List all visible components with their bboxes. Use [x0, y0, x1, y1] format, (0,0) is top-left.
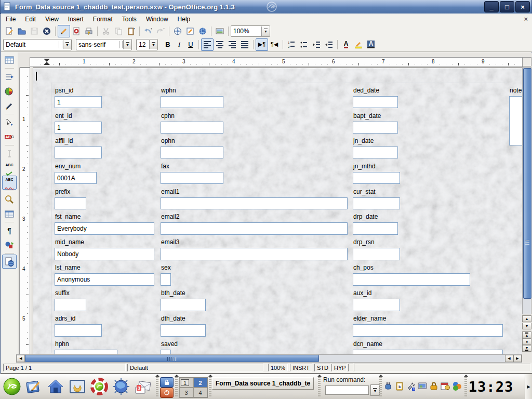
vertical-ruler[interactable]: 12345: [19, 68, 30, 355]
export-pdf-icon[interactable]: [70, 25, 83, 37]
highlighting-icon[interactable]: [352, 38, 365, 51]
pager-desktop[interactable]: 4: [193, 388, 207, 397]
align-center-icon[interactable]: [214, 38, 226, 51]
field-input[interactable]: [353, 324, 503, 337]
style-dropdown-icon[interactable]: ▼: [63, 40, 71, 49]
home-folder-icon[interactable]: [46, 377, 65, 396]
align-justify-icon[interactable]: [238, 38, 251, 51]
minimize-button[interactable]: _: [484, 1, 499, 12]
field-input[interactable]: [55, 324, 102, 337]
increase-indent-icon[interactable]: [323, 38, 335, 51]
field-input[interactable]: [55, 197, 86, 209]
align-right-icon[interactable]: [226, 38, 238, 51]
field-input[interactable]: [509, 96, 522, 145]
menu-item[interactable]: View: [41, 15, 63, 24]
applet-handle[interactable]: [464, 377, 467, 396]
horizontal-scrollbar[interactable]: ◀ ◀ ▶: [16, 354, 522, 363]
field-input[interactable]: [353, 147, 398, 158]
align-left-icon[interactable]: [201, 38, 214, 51]
applet-handle[interactable]: [156, 377, 158, 396]
maximize-button[interactable]: □: [500, 1, 514, 12]
direct-cursor-icon[interactable]: [2, 147, 17, 161]
klipper-icon[interactable]: k: [394, 378, 405, 394]
close-button[interactable]: ×: [515, 1, 530, 12]
copy-icon[interactable]: [112, 25, 125, 37]
status-page-style[interactable]: Default: [127, 364, 263, 371]
save-icon[interactable]: [28, 25, 41, 37]
hyperlink-icon[interactable]: [196, 25, 209, 37]
font-color-icon[interactable]: A: [340, 38, 352, 51]
menu-item[interactable]: Edit: [20, 15, 41, 24]
bold-button[interactable]: B: [162, 39, 174, 50]
field-input[interactable]: [161, 324, 206, 337]
applet-handle[interactable]: [318, 377, 321, 396]
paragraph-style-select[interactable]: Default ▼: [3, 39, 72, 50]
panel-clock[interactable]: 13:23: [470, 378, 512, 395]
graphics-on-off-icon[interactable]: [2, 238, 17, 252]
font-name-select[interactable]: sans-serif ▼: [76, 39, 132, 50]
right-to-left-icon[interactable]: ¶◀: [268, 38, 281, 51]
applet-handle[interactable]: [209, 377, 211, 396]
draw-functions-icon[interactable]: [2, 99, 17, 113]
document-page[interactable]: psn_id ent_id affil_id env_num p: [33, 68, 522, 355]
field-input[interactable]: [55, 122, 102, 134]
nonprinting-characters-icon[interactable]: ¶: [2, 223, 17, 237]
new-document-icon[interactable]: [3, 25, 16, 37]
decrease-indent-icon[interactable]: [310, 38, 323, 51]
status-hyperlink-mode[interactable]: HYP: [331, 364, 347, 371]
insert-object-icon[interactable]: [2, 84, 17, 98]
field-input[interactable]: [55, 299, 86, 311]
status-zoom[interactable]: 100%: [268, 364, 288, 371]
zoom-select[interactable]: 100% ▼: [231, 25, 270, 37]
vertical-scrollbar-thumb[interactable]: [523, 68, 531, 299]
network-plug-icon[interactable]: 0: [405, 378, 417, 394]
navigation-icon[interactable]: ●: [522, 338, 531, 345]
scroll-left-icon[interactable]: ◀: [17, 355, 25, 362]
run-command-dropdown-icon[interactable]: ▼: [370, 384, 380, 396]
zoom-dropdown-icon[interactable]: ▼: [261, 26, 270, 36]
redo-icon[interactable]: [154, 25, 167, 37]
undo-icon[interactable]: [142, 25, 154, 37]
find-replace-icon[interactable]: [2, 192, 17, 206]
underline-button[interactable]: U: [185, 39, 196, 50]
next-page-icon[interactable]: ▼: [522, 345, 531, 352]
form-functions-icon[interactable]: [2, 115, 17, 129]
field-input[interactable]: [55, 222, 154, 235]
menu-item[interactable]: Format: [88, 15, 117, 24]
open-icon[interactable]: [16, 25, 28, 37]
menu-item[interactable]: Insert: [63, 15, 88, 24]
field-input[interactable]: [161, 222, 348, 235]
vertical-scrollbar[interactable]: ▲ ▼ ▲ ● ▼: [522, 57, 531, 354]
scroll-right-icon[interactable]: ▶: [513, 355, 522, 362]
font-size-select[interactable]: 12 ▼: [136, 39, 158, 50]
gallery-icon[interactable]: [214, 25, 226, 37]
kmenu-geeko-icon[interactable]: [2, 377, 22, 396]
menu-item[interactable]: Tools: [117, 15, 141, 24]
titlebar[interactable]: Form_Data source 1_chaddb_test.person.sx…: [1, 0, 531, 14]
field-input[interactable]: [353, 273, 470, 286]
pager-desktop[interactable]: 3: [179, 388, 193, 397]
size-dropdown-icon[interactable]: ▼: [149, 40, 157, 49]
background-color-icon[interactable]: A: [365, 38, 377, 51]
suse-help-icon[interactable]: [89, 377, 109, 396]
stop-icon[interactable]: [41, 25, 53, 37]
field-input[interactable]: [353, 222, 398, 235]
horizontal-ruler[interactable]: 123456789: [30, 57, 523, 67]
field-input[interactable]: [55, 96, 102, 108]
field-input[interactable]: [353, 248, 400, 260]
bullets-icon[interactable]: [298, 38, 310, 51]
logout-icon[interactable]: [160, 388, 174, 398]
display-settings-icon[interactable]: [417, 378, 428, 394]
field-input[interactable]: [161, 172, 223, 184]
field-input[interactable]: [161, 147, 223, 158]
scroll-up-icon[interactable]: ▲: [522, 315, 531, 322]
notes-editor-icon[interactable]: [24, 377, 44, 396]
insert-section-icon[interactable]: [2, 70, 17, 84]
run-command-input[interactable]: [325, 385, 369, 395]
paste-icon[interactable]: [125, 25, 137, 37]
field-input[interactable]: [161, 197, 348, 209]
field-input[interactable]: [161, 248, 348, 260]
field-input[interactable]: [55, 172, 97, 184]
document-close-icon[interactable]: ×: [524, 15, 528, 23]
scroll-down-icon[interactable]: ▼: [522, 323, 531, 329]
